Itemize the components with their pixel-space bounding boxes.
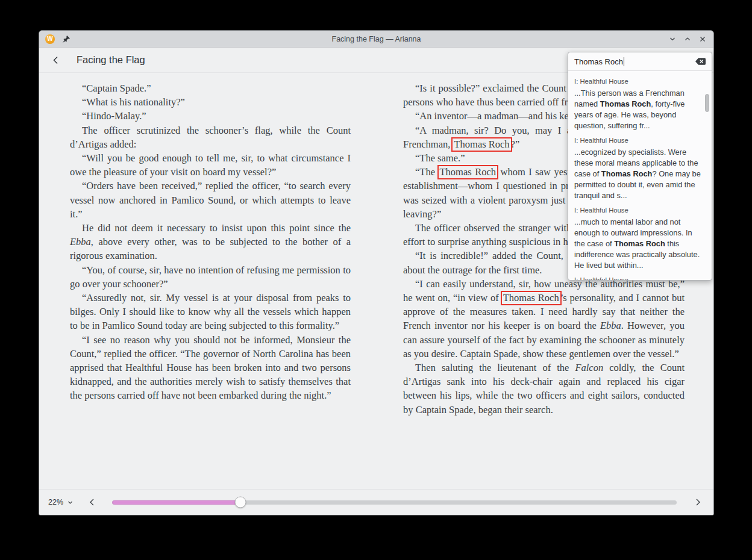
arianna-window: W Facing the Flag — Arianna bbox=[39, 30, 714, 515]
back-button[interactable] bbox=[49, 53, 63, 67]
result-snippet: ...much to mental labor and not enough t… bbox=[574, 217, 703, 271]
search-result-item[interactable]: I: Healthful House bbox=[574, 276, 703, 280]
search-popup: Thomas Roch I: Healthful House...This pe… bbox=[568, 52, 712, 281]
window-title: Facing the Flag — Arianna bbox=[332, 35, 421, 43]
book-title: Facing the Flag bbox=[77, 54, 145, 66]
progress-percent: 22% bbox=[48, 498, 63, 506]
app-icon: W bbox=[45, 34, 55, 44]
result-chapter-label: I: Healthful House bbox=[574, 207, 703, 214]
results-scrollbar[interactable] bbox=[705, 94, 709, 112]
clear-search-icon[interactable] bbox=[695, 58, 706, 65]
progress-slider[interactable] bbox=[112, 500, 677, 505]
search-result-item[interactable]: I: Healthful House...much to mental labo… bbox=[574, 207, 703, 271]
maximize-icon[interactable] bbox=[683, 34, 692, 44]
book-paragraph: “Orders have been received,” replied the… bbox=[70, 179, 351, 221]
slider-fill bbox=[112, 500, 240, 505]
search-result-item[interactable]: I: Healthful House...This person was a F… bbox=[574, 78, 703, 131]
titlebar: W Facing the Flag — Arianna bbox=[39, 31, 713, 48]
search-input[interactable]: Thomas Roch bbox=[568, 52, 712, 71]
search-match-highlight: Thomas Roch bbox=[501, 291, 562, 305]
footer-bar: 22% bbox=[39, 489, 713, 515]
result-chapter-label: I: Healthful House bbox=[574, 276, 703, 280]
screen: W Facing the Flag — Arianna bbox=[0, 0, 752, 560]
search-match-highlight: Thomas Roch bbox=[437, 165, 499, 179]
result-snippet: ...This person was a Frenchman named Tho… bbox=[574, 88, 703, 131]
search-match-highlight: Thomas Roch bbox=[451, 137, 512, 152]
book-paragraph: “You, of course, sir, have no intention … bbox=[70, 263, 351, 291]
next-page-button[interactable] bbox=[691, 496, 704, 509]
book-paragraph: “I see no reason why you should not be i… bbox=[70, 333, 351, 403]
previous-page-button[interactable] bbox=[86, 496, 99, 509]
search-results-list: I: Healthful House...This person was a F… bbox=[568, 71, 712, 280]
result-chapter-label: I: Healthful House bbox=[574, 78, 703, 85]
book-paragraph: “What is his nationality?” bbox=[70, 95, 351, 109]
window-controls bbox=[668, 34, 707, 44]
search-result-item[interactable]: I: Healthful House...ecognized by specia… bbox=[574, 137, 703, 201]
book-paragraph: “I can easily understand, sir, how uneas… bbox=[403, 277, 685, 361]
result-chapter-label: I: Healthful House bbox=[574, 137, 703, 144]
book-paragraph: “Captain Spade.” bbox=[70, 81, 351, 95]
book-paragraph: “Hindo-Malay.” bbox=[70, 109, 351, 123]
pin-icon[interactable] bbox=[62, 35, 70, 43]
book-paragraph: Then saluting the lieutenant of the Falc… bbox=[403, 361, 685, 417]
text-caret bbox=[624, 57, 624, 66]
slider-handle[interactable] bbox=[234, 497, 246, 508]
book-paragraph: The officer scrutinized the schooner’s f… bbox=[70, 123, 351, 151]
chevron-down-icon bbox=[67, 499, 74, 506]
close-icon[interactable] bbox=[698, 34, 707, 44]
search-query-text: Thomas Roch bbox=[574, 57, 623, 66]
progress-dropdown[interactable]: 22% bbox=[48, 498, 74, 506]
left-column: “Captain Spade.”“What is his nationality… bbox=[70, 81, 351, 403]
book-paragraph: “Will you be good enough to tell me, sir… bbox=[70, 151, 351, 179]
result-snippet: ...ecognized by specialists. Were these … bbox=[574, 147, 703, 201]
minimize-icon[interactable] bbox=[668, 34, 677, 44]
book-paragraph: He did not deem it necessary to insist u… bbox=[70, 221, 351, 263]
book-paragraph: “Assuredly not, sir. My vessel is at you… bbox=[70, 291, 351, 333]
